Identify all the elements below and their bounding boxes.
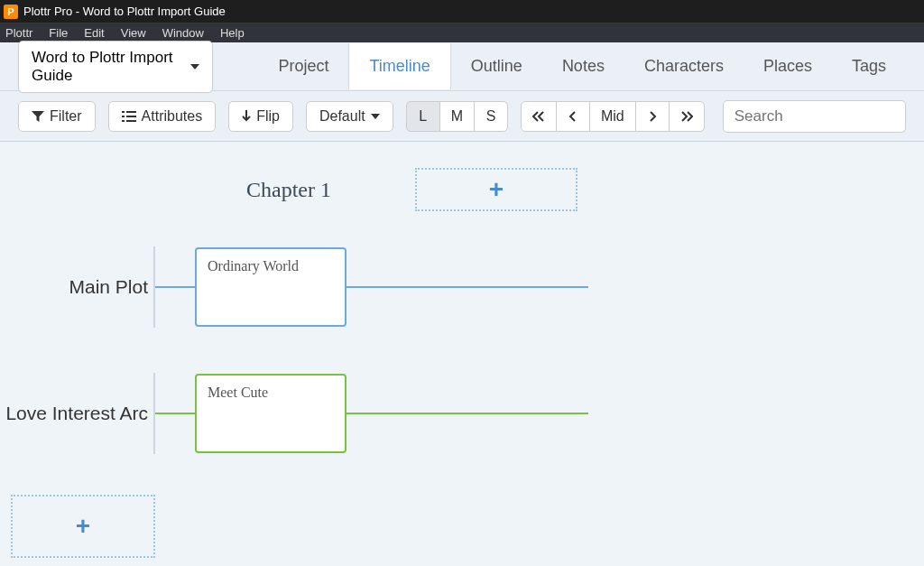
nav-mid-button[interactable]: Mid	[589, 101, 636, 132]
nav-next-button[interactable]	[635, 101, 670, 132]
search-input[interactable]	[735, 107, 894, 125]
plus-icon: +	[489, 175, 504, 204]
flip-label: Flip	[256, 108, 280, 125]
app-title: Plottr Pro - Word to Plottr Import Guide	[23, 5, 226, 18]
chevrons-left-icon	[532, 111, 545, 122]
book-selector-label: Word to Plottr Import Guide	[32, 49, 183, 85]
nav-first-button[interactable]	[521, 101, 557, 132]
menu-help[interactable]: Help	[220, 26, 245, 40]
scene-card[interactable]: Ordinary World	[195, 247, 346, 327]
tab-outline[interactable]: Outline	[451, 43, 542, 89]
attributes-label: Attributes	[142, 108, 203, 125]
chevrons-right-icon	[680, 111, 693, 122]
menu-window[interactable]: Window	[162, 26, 204, 40]
navbar: Word to Plottr Import Guide Project Time…	[0, 42, 924, 91]
app-icon: P	[4, 5, 18, 19]
plotline-label[interactable]: Love Interest Arc	[0, 403, 153, 424]
search-box[interactable]	[723, 100, 906, 133]
filter-label: Filter	[50, 108, 82, 125]
size-m-button[interactable]: M	[439, 101, 475, 132]
scene-card[interactable]: Meet Cute	[195, 374, 346, 453]
flip-icon	[242, 110, 251, 123]
plotline-row: Love Interest Arc Meet Cute	[0, 359, 924, 468]
toolbar: Filter Attributes Flip Default L M S Mid	[0, 91, 924, 142]
plotline-row: Main Plot Ordinary World	[0, 233, 924, 341]
chapter-title[interactable]: Chapter 1	[162, 178, 415, 202]
filter-icon	[32, 110, 44, 123]
svg-rect-5	[126, 120, 136, 122]
nav-last-button[interactable]	[669, 101, 705, 132]
chapter-header-row: Chapter 1 +	[0, 164, 924, 215]
chevron-left-icon	[568, 111, 578, 122]
flip-button[interactable]: Flip	[228, 101, 293, 132]
size-l-button[interactable]: L	[406, 101, 440, 132]
filter-button[interactable]: Filter	[18, 101, 96, 132]
nav-prev-button[interactable]	[556, 101, 590, 132]
menubar: Plottr File Edit View Window Help	[0, 23, 924, 42]
add-plotline-button[interactable]: +	[11, 495, 155, 558]
tab-notes[interactable]: Notes	[542, 43, 624, 89]
svg-rect-1	[126, 111, 136, 113]
attributes-button[interactable]: Attributes	[108, 101, 217, 132]
size-s-button[interactable]: S	[474, 101, 508, 132]
caret-down-icon	[371, 114, 380, 119]
tab-characters[interactable]: Characters	[624, 43, 744, 89]
svg-rect-4	[122, 120, 125, 122]
tab-tags[interactable]: Tags	[832, 43, 906, 89]
tab-places[interactable]: Places	[744, 43, 832, 89]
caret-down-icon	[190, 64, 199, 70]
tab-timeline[interactable]: Timeline	[348, 43, 450, 89]
add-chapter-button[interactable]: +	[415, 168, 578, 211]
plus-icon: +	[76, 512, 90, 541]
nav-tabs: Project Timeline Outline Notes Character…	[258, 43, 906, 89]
default-dropdown[interactable]: Default	[306, 101, 393, 132]
plotline-label[interactable]: Main Plot	[0, 276, 153, 298]
chevron-right-icon	[648, 111, 657, 122]
menu-file[interactable]: File	[49, 26, 68, 40]
book-selector[interactable]: Word to Plottr Import Guide	[18, 41, 213, 93]
tab-project[interactable]: Project	[258, 43, 348, 89]
menu-plottr[interactable]: Plottr	[5, 26, 32, 40]
titlebar: P Plottr Pro - Word to Plottr Import Gui…	[0, 0, 924, 23]
menu-edit[interactable]: Edit	[84, 26, 104, 40]
size-group: L M S	[406, 101, 508, 132]
menu-view[interactable]: View	[121, 26, 146, 40]
timeline-canvas: Chapter 1 + Main Plot Ordinary World Lov…	[0, 142, 924, 566]
svg-rect-0	[122, 111, 125, 113]
svg-rect-3	[126, 116, 136, 117]
list-icon	[122, 110, 136, 123]
default-label: Default	[319, 108, 365, 125]
nav-group: Mid	[521, 101, 705, 132]
svg-rect-2	[122, 116, 125, 117]
